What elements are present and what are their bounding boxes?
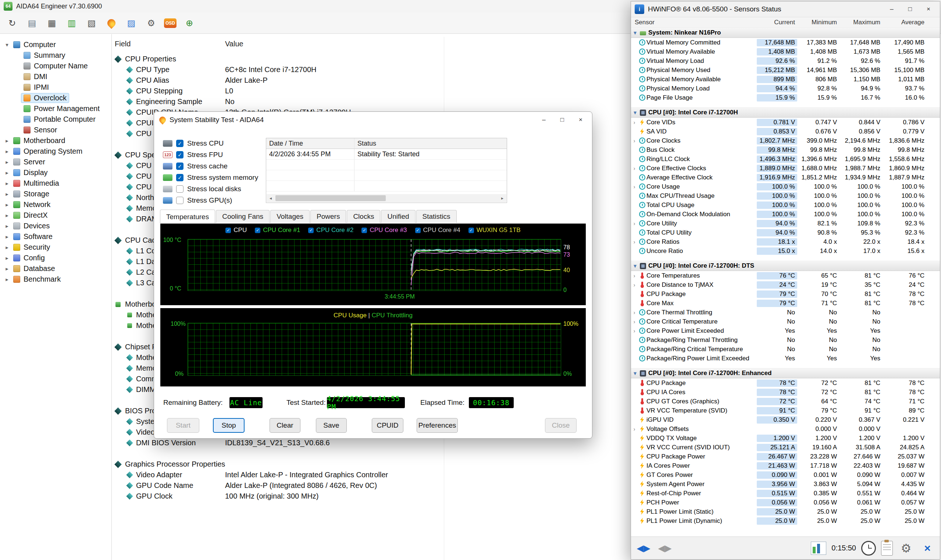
row-expand-icon[interactable]: › xyxy=(631,426,638,432)
tree-item-security[interactable]: ▸Security xyxy=(0,242,111,252)
report-icon[interactable]: ▤ xyxy=(25,16,39,30)
scroll-left-arrow[interactable]: ◂ xyxy=(267,194,275,202)
stop-button[interactable]: Stop xyxy=(213,418,244,433)
tree-item-operating-system[interactable]: ▸Operating System xyxy=(0,146,111,157)
row-expand-icon[interactable]: › xyxy=(631,319,638,325)
sensor-row[interactable]: iGPU VID0.350 V0.220 V0.367 V0.221 V xyxy=(631,415,940,424)
sensor-row[interactable]: ›Voltage Offsets0.000 V0.000 V xyxy=(631,424,940,434)
sensor-row[interactable]: CPU Package79 °C70 °C81 °C78 °C xyxy=(631,289,940,298)
tree-item-benchmark[interactable]: ▸Benchmark xyxy=(0,274,111,285)
settings-gear-icon[interactable]: ⚙ xyxy=(898,540,914,556)
sensor-row[interactable]: ›Core Effective Clocks1,889.0 MHz1,688.0… xyxy=(631,164,940,173)
sensor-row[interactable]: Rest-of-Chip Power0.515 W0.385 W0.551 W0… xyxy=(631,489,940,498)
tab-cooling-fans[interactable]: Cooling Fans xyxy=(216,210,269,223)
hwinfo-close-button[interactable]: × xyxy=(919,3,938,15)
scrollbar-thumb[interactable] xyxy=(275,195,386,201)
sensor-row[interactable]: ›Core Critical TemperatureNoNoNo xyxy=(631,317,940,326)
tree-item-multimedia[interactable]: ▸Multimedia xyxy=(0,178,111,189)
legend-checkbox-cpu-core-3[interactable]: ✓ xyxy=(361,228,367,233)
sensor-row[interactable]: PCH Power0.056 W0.056 W0.061 W0.057 W xyxy=(631,498,940,507)
sensor-row[interactable]: CPU Package Power26.467 W23.228 W27.646 … xyxy=(631,452,940,461)
stability-flame-icon[interactable] xyxy=(105,16,118,30)
tree-item-computer-name[interactable]: Computer Name xyxy=(0,61,111,71)
sensor-row[interactable]: CPU Package78 °C72 °C81 °C78 °C xyxy=(631,378,940,388)
sensor-row[interactable]: ›Core Temperatures76 °C65 °C81 °C76 °C xyxy=(631,271,940,280)
sensor-row[interactable]: Page File Usage15.9 %15.9 %16.7 %16.0 % xyxy=(631,93,940,102)
hwinfo-titlebar[interactable]: i HWiNFO® 64 v8.06-5500 - Sensors Status… xyxy=(631,2,940,17)
sensor-row[interactable]: Physical Memory Available899 MB806 MB1,1… xyxy=(631,75,940,84)
row-expand-icon[interactable]: › xyxy=(631,282,638,288)
checkbox-stress-cache[interactable]: ✓ xyxy=(176,163,183,170)
scroll-right-arrow[interactable]: ▸ xyxy=(498,194,506,202)
sensor-row[interactable]: Package/Ring Thermal ThrottlingNoNoNo xyxy=(631,335,940,345)
graph-icon[interactable] xyxy=(811,542,826,555)
date-time-column-header[interactable]: Date / Time xyxy=(266,138,355,149)
current-column-header[interactable]: Current xyxy=(757,19,797,26)
tab-temperatures[interactable]: Temperatures xyxy=(160,209,215,223)
tab-unified[interactable]: Unified xyxy=(381,210,415,223)
value-column-header[interactable]: Value xyxy=(225,40,243,48)
tree-item-network[interactable]: ▸Network xyxy=(0,199,111,210)
dialog-close-button[interactable]: × xyxy=(572,114,590,126)
sensor-row[interactable]: On-Demand Clock Modulation100.0 %100.0 %… xyxy=(631,209,940,219)
sensor-row[interactable]: ›Core Distance to TjMAX24 °C19 °C35 °C24… xyxy=(631,280,940,289)
group-collapse-icon[interactable]: ▾ xyxy=(632,30,638,36)
sensor-row[interactable]: VDDQ TX Voltage1.200 V1.200 V1.200 V1.20… xyxy=(631,434,940,443)
preferences-icon[interactable]: ⚙ xyxy=(144,16,158,30)
refresh-icon[interactable]: ↻ xyxy=(5,16,19,30)
dialog-maximize-button[interactable]: □ xyxy=(553,114,572,126)
tree-item-database[interactable]: ▸Database xyxy=(0,263,111,274)
row-expand-icon[interactable]: › xyxy=(631,239,638,245)
tree-item-directx[interactable]: ▸DirectX xyxy=(0,210,111,221)
video-card-icon[interactable]: ▦ xyxy=(45,16,59,30)
legend-checkbox-cpu-core-4[interactable]: ✓ xyxy=(415,228,421,233)
row-expand-icon[interactable]: › xyxy=(631,138,638,144)
sensor-row[interactable]: VR VCC Temperature (SVID)91 °C79 °C91 °C… xyxy=(631,406,940,415)
sensor-row[interactable]: PL1 Power Limit (Dynamic)25.0 W25.0 W25.… xyxy=(631,516,940,525)
preferences-button[interactable]: Preferences xyxy=(417,418,458,433)
tree-item-storage[interactable]: ▸Storage xyxy=(0,189,111,199)
benchmark-monitor-icon[interactable]: ▧ xyxy=(85,16,98,30)
log-row[interactable]: 4/2/2026 3:44:55 PMStability Test: Start… xyxy=(266,149,507,160)
stability-dialog-titlebar[interactable]: System Stability Test - AIDA64 – □ × xyxy=(154,112,592,128)
sensor-row[interactable]: ›Core Power Limit ExceededYesYesYes xyxy=(631,326,940,335)
sensor-row[interactable]: ›Core Thermal ThrottlingNoNoNo xyxy=(631,308,940,317)
legend-checkbox-cpu[interactable]: ✓ xyxy=(225,228,231,233)
average-column-header[interactable]: Average xyxy=(883,19,927,26)
table-hscrollbar[interactable]: ◂ ▸ xyxy=(267,194,506,202)
sensor-row[interactable]: ›Core VIDs0.781 V0.747 V0.844 V0.786 V xyxy=(631,118,940,127)
sensor-row[interactable]: Physical Memory Used15,212 MB14,961 MB15… xyxy=(631,65,940,75)
tab-clocks[interactable]: Clocks xyxy=(347,210,380,223)
sensor-row[interactable]: ›Core Usage100.0 %100.0 %100.0 %100.0 % xyxy=(631,182,940,191)
sensor-row[interactable]: Bus Clock99.8 MHz99.8 MHz99.8 MHz99.8 MH… xyxy=(631,145,940,154)
tree-item-software[interactable]: ▸Software xyxy=(0,231,111,242)
nav-forward-icon[interactable]: ◀▶ xyxy=(657,540,673,556)
sensor-row[interactable]: Virtual Memory Committed17,648 MB17,383 … xyxy=(631,38,940,47)
tree-item-portable-computer[interactable]: Portable Computer xyxy=(0,114,111,125)
osd-badge[interactable]: OSD xyxy=(164,18,177,28)
memory-icon[interactable]: ▥ xyxy=(65,16,79,30)
legend-checkbox-cpu-core-2[interactable]: ✓ xyxy=(308,228,314,233)
row-expand-icon[interactable]: › xyxy=(631,328,638,334)
sensor-row[interactable]: ›Core Utility94.0 %82.1 %109.8 %92.3 % xyxy=(631,219,940,228)
checkbox-stress-cpu[interactable]: ✓ xyxy=(176,140,183,147)
sensor-row[interactable]: CPU IA Cores78 °C72 °C81 °C78 °C xyxy=(631,388,940,397)
sensor-row[interactable]: SA VID0.853 V0.676 V0.856 V0.779 V xyxy=(631,127,940,136)
tree-item-server[interactable]: ▸Server xyxy=(0,157,111,167)
clock-icon[interactable] xyxy=(861,541,876,555)
sensor-row[interactable]: Uncore Ratio15.0 x14.0 x17.0 x15.6 x xyxy=(631,246,940,255)
row-expand-icon[interactable]: › xyxy=(631,273,638,279)
tree-item-display[interactable]: ▸Display xyxy=(0,167,111,178)
sensor-row[interactable]: Average Effective Clock1,916.9 MHz1,851.… xyxy=(631,173,940,182)
tree-item-dmi[interactable]: DMI xyxy=(0,71,111,82)
sensor-row[interactable]: Package/Ring Power Limit ExceededYesYesY… xyxy=(631,354,940,363)
sensor-row[interactable]: GT Cores Power0.090 W0.001 W0.090 W0.007… xyxy=(631,470,940,480)
clear-button[interactable]: Clear xyxy=(269,418,300,433)
group-collapse-icon[interactable]: ▾ xyxy=(632,109,638,115)
sensor-row[interactable]: ›Core Ratios18.1 x4.0 x22.0 x18.4 x xyxy=(631,237,940,246)
minimum-column-header[interactable]: Minimum xyxy=(797,19,839,26)
hwinfo-maximize-button[interactable]: □ xyxy=(901,3,919,15)
checkbox-stress-fpu[interactable]: ✓ xyxy=(176,151,183,158)
hwinfo-minimize-button[interactable]: – xyxy=(883,3,901,15)
maximum-column-header[interactable]: Maximum xyxy=(839,19,883,26)
